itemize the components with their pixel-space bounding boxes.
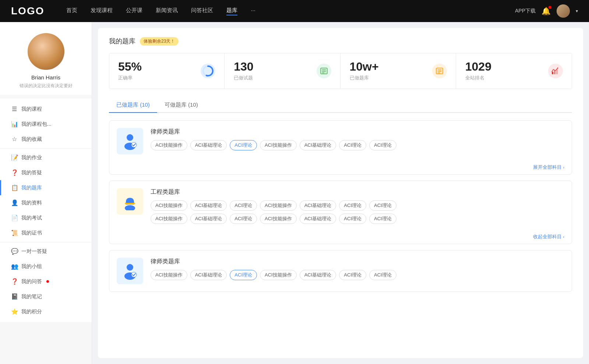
certificate-icon: 📜 — [11, 229, 18, 236]
quiz-tag[interactable]: ACI基础理论 — [300, 140, 336, 150]
bank-icon — [432, 64, 447, 78]
notification-bell[interactable]: 🔔 — [542, 7, 551, 15]
quiz-tag[interactable]: ACI技能操作 — [260, 270, 297, 280]
quiz-tag[interactable]: ACI技能操作 — [151, 140, 187, 150]
quiz-tag[interactable]: ACI基础理论 — [300, 214, 336, 224]
stat-label: 已做题库 — [350, 75, 426, 81]
collapse-arrow: ‹ — [563, 235, 564, 239]
nav-news[interactable]: 新闻资讯 — [156, 7, 178, 15]
nav-discover[interactable]: 发现课程 — [91, 7, 113, 15]
qa-icon: ❓ — [11, 169, 18, 176]
sidebar-item-points[interactable]: ⭐ 我的积分 — [0, 304, 92, 319]
quiz-tag[interactable]: ACI基础理论 — [190, 200, 227, 211]
package-icon: 📊 — [11, 121, 18, 128]
quiz-section-law1: 律师类题库 ACI技能操作 ACI基础理论 ACI理论 ACI技能操作 ACI基… — [109, 120, 572, 175]
notification-dot — [46, 280, 49, 283]
tab-done[interactable]: 已做题库 (10) — [109, 98, 157, 113]
sidebar-item-label: 我的考试 — [21, 215, 42, 221]
sidebar-item-certificate[interactable]: 📜 我的证书 — [0, 225, 92, 240]
expand-label: 展开全部科目 — [533, 164, 562, 170]
nav-more[interactable]: ··· — [251, 7, 255, 15]
quiz-tag[interactable]: ACI基础理论 — [190, 270, 227, 280]
sidebar-menu: ☰ 我的课程 📊 我的课程包... ☆ 我的收藏 📝 我的作业 ❓ 我的答疑 📋 — [0, 99, 92, 322]
quiz-tag[interactable]: ACI理论 — [339, 270, 366, 280]
avatar-image — [28, 33, 64, 70]
quiz-tag[interactable]: ACI理论 — [339, 200, 366, 211]
quiz-tag[interactable]: ACI技能操作 — [260, 140, 297, 150]
quiz-tag[interactable]: ACI技能操作 — [260, 214, 297, 224]
app-download-link[interactable]: APP下载 — [515, 8, 536, 14]
stat-label: 全站排名 — [465, 75, 542, 81]
sidebar-item-profile[interactable]: 👤 我的资料 — [0, 195, 92, 210]
svg-point-16 — [127, 134, 133, 141]
svg-rect-12 — [552, 72, 553, 74]
sidebar-item-quiz-bank[interactable]: 📋 我的题库 — [0, 180, 92, 195]
quiz-tag-selected[interactable]: ACI理论 — [230, 270, 257, 280]
user-motto: 错误的决定比没有决定要好 — [6, 83, 86, 89]
sidebar-item-notes[interactable]: 📓 我的笔记 — [0, 289, 92, 304]
quiz-tag[interactable]: ACI理论 — [230, 200, 257, 211]
sidebar-item-my-course[interactable]: ☰ 我的课程 — [0, 101, 92, 117]
sidebar-item-qa[interactable]: ❓ 我的答疑 — [0, 165, 92, 180]
quiz-tags: ACI技能操作 ACI基础理论 ACI理论 ACI技能操作 ACI基础理论 AC… — [151, 140, 564, 150]
quiz-tag[interactable]: ACI理论 — [369, 214, 396, 224]
sidebar-item-course-package[interactable]: 📊 我的课程包... — [0, 117, 92, 132]
quiz-tag[interactable]: ACI基础理论 — [300, 270, 336, 280]
stat-value: 10w+ — [350, 61, 426, 72]
stat-text: 55% 正确率 — [118, 61, 195, 81]
sidebar-item-label: 我的题库 — [21, 185, 42, 191]
sidebar-item-1on1-qa[interactable]: 💬 一对一答疑 — [0, 244, 92, 259]
navbar-right: APP下载 🔔 ▾ — [515, 4, 578, 18]
stat-accuracy: 55% 正确率 — [109, 53, 225, 89]
sidebar-item-label: 一对一答疑 — [21, 248, 47, 255]
quiz-tag[interactable]: ACI基础理论 — [300, 200, 336, 211]
group-icon: 👥 — [11, 263, 18, 270]
nav-qa[interactable]: 问答社区 — [191, 7, 213, 15]
sidebar-item-label: 我的证书 — [21, 230, 42, 236]
sidebar-item-label: 我的小组 — [21, 263, 42, 270]
questions-icon: ❓ — [11, 278, 18, 285]
nav-home[interactable]: 首页 — [66, 7, 77, 15]
divider — [0, 242, 92, 242]
quiz-tag[interactable]: ACI理论 — [339, 140, 366, 150]
quiz-tag[interactable]: ACI技能操作 — [151, 270, 187, 280]
quiz-title: 律师类题库 — [151, 258, 564, 265]
course-icon: ☰ — [11, 106, 18, 113]
quiz-content: 律师类题库 ACI技能操作 ACI基础理论 ACI理论 ACI技能操作 ACI基… — [151, 128, 564, 150]
quiz-tag[interactable]: ACI基础理论 — [190, 214, 227, 224]
sidebar-item-label: 我的问答 — [21, 278, 42, 285]
stat-value: 1029 — [465, 61, 542, 72]
sidebar-item-label: 我的答疑 — [21, 169, 42, 176]
expand-button-law1[interactable]: 展开全部科目 › — [109, 162, 572, 174]
quiz-section-body: 律师类题库 ACI技能操作 ACI基础理论 ACI理论 ACI技能操作 ACI基… — [109, 121, 572, 162]
quiz-tag[interactable]: ACI理论 — [369, 140, 396, 150]
tab-available[interactable]: 可做题库 (10) — [157, 98, 205, 113]
sidebar-item-questions[interactable]: ❓ 我的问答 — [0, 274, 92, 289]
sidebar-item-label: 我的课程 — [21, 106, 42, 113]
quiz-tag[interactable]: ACI理论 — [369, 270, 396, 280]
sidebar-item-label: 我的收藏 — [21, 136, 42, 143]
svg-rect-20 — [125, 203, 135, 204]
quiz-section-law2: 律师类题库 ACI技能操作 ACI基础理论 ACI理论 ACI技能操作 ACI基… — [109, 250, 572, 292]
quiz-tag[interactable]: ACI技能操作 — [151, 214, 187, 224]
avatar[interactable] — [557, 4, 570, 18]
nav-quiz[interactable]: 题库 — [226, 7, 237, 15]
quiz-tag[interactable]: ACI理论 — [369, 200, 396, 211]
dropdown-chevron[interactable]: ▾ — [576, 8, 578, 14]
quiz-tag[interactable]: ACI基础理论 — [190, 140, 227, 150]
quiz-tag[interactable]: ACI技能操作 — [151, 200, 187, 211]
quiz-tag-selected[interactable]: ACI理论 — [230, 140, 257, 150]
sidebar-item-homework[interactable]: 📝 我的作业 — [0, 150, 92, 165]
stat-ranking: 1029 全站排名 — [456, 53, 572, 89]
sidebar-item-group[interactable]: 👥 我的小组 — [0, 259, 92, 274]
sidebar-item-favorites[interactable]: ☆ 我的收藏 — [0, 132, 92, 147]
lawyer-icon-2 — [117, 258, 143, 284]
quiz-tag[interactable]: ACI理论 — [339, 214, 366, 224]
avatar-image — [557, 4, 570, 18]
quiz-tag[interactable]: ACI技能操作 — [260, 200, 297, 211]
sidebar-item-exam[interactable]: 📄 我的考试 — [0, 210, 92, 225]
quiz-tag[interactable]: ACI理论 — [230, 214, 257, 224]
collapse-button-eng1[interactable]: 收起全部科目 ‹ — [109, 231, 572, 244]
nav-opencourse[interactable]: 公开课 — [126, 7, 142, 15]
stat-done-banks: 10w+ 已做题库 — [341, 53, 456, 89]
